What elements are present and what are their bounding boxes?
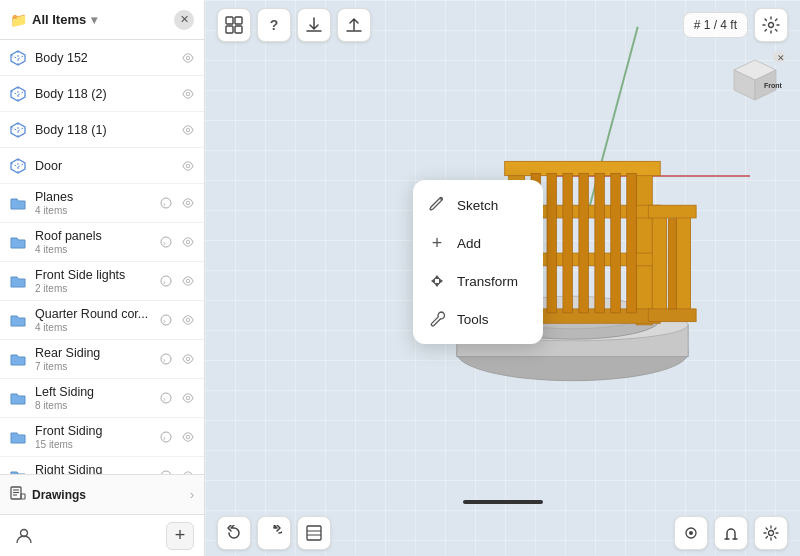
- expand-btn-roof-panels[interactable]: ›: [158, 234, 174, 250]
- grid-button[interactable]: [217, 8, 251, 42]
- context-menu-sketch[interactable]: Sketch: [413, 186, 543, 224]
- hide-btn-door[interactable]: [180, 158, 196, 174]
- item-count-front-side-lights: 2 items: [35, 283, 154, 294]
- item-name-body-118-1: Body 118 (1): [35, 123, 176, 137]
- expand-btn-planes[interactable]: ›: [158, 195, 174, 211]
- item-count-front-siding: 15 items: [35, 439, 154, 450]
- item-name-body-152: Body 152: [35, 51, 176, 65]
- sidebar-close-button[interactable]: ✕: [174, 10, 194, 30]
- box-icon: [8, 84, 28, 104]
- item-content-body-152: Body 152: [35, 51, 176, 65]
- expand-btn-left-siding[interactable]: ›: [158, 390, 174, 406]
- folder-icon: [8, 193, 28, 213]
- context-menu-tools[interactable]: Tools: [413, 300, 543, 338]
- sidebar-item-body-118-2[interactable]: Body 118 (2): [0, 76, 204, 112]
- bottom-toolbar-right: [674, 516, 788, 550]
- sidebar-item-right-siding[interactable]: Right Siding8 items›: [0, 457, 204, 474]
- redo-button[interactable]: [257, 516, 291, 550]
- sidebar-item-left-siding[interactable]: Left Siding8 items›: [0, 379, 204, 418]
- sidebar-bottom-bar: +: [0, 514, 204, 556]
- magnet-icon: [723, 525, 739, 541]
- tools-label: Tools: [457, 312, 489, 327]
- snap-button[interactable]: [674, 516, 708, 550]
- bottom-toolbar-left: [217, 516, 331, 550]
- folder-icon: [8, 310, 28, 330]
- plus-icon: +: [175, 525, 186, 546]
- svg-rect-64: [627, 173, 637, 313]
- home-indicator: [463, 500, 543, 504]
- sidebar-item-door[interactable]: Door: [0, 148, 204, 184]
- close-icon: ✕: [180, 13, 189, 26]
- sidebar-item-planes[interactable]: Planes4 items›: [0, 184, 204, 223]
- viewport-settings-button[interactable]: [754, 8, 788, 42]
- expand-btn-quarter-round-cor[interactable]: ›: [158, 312, 174, 328]
- add-item-button[interactable]: +: [166, 522, 194, 550]
- sketch-icon: [427, 195, 447, 215]
- svg-rect-63: [611, 173, 621, 313]
- sidebar-header-left: 📁 All Items ▾: [10, 12, 97, 28]
- hide-btn-quarter-round-cor[interactable]: [180, 312, 196, 328]
- hide-btn-rear-siding[interactable]: [180, 351, 196, 367]
- sidebar-item-roof-panels[interactable]: Roof panels4 items›: [0, 223, 204, 262]
- sidebar-header: 📁 All Items ▾ ✕: [0, 0, 204, 40]
- svg-point-3: [186, 164, 189, 167]
- sidebar-item-body-152[interactable]: Body 152: [0, 40, 204, 76]
- svg-rect-59: [547, 173, 557, 313]
- share-button[interactable]: [337, 8, 371, 42]
- svg-text:›: ›: [163, 434, 166, 443]
- expand-btn-front-side-lights[interactable]: ›: [158, 273, 174, 289]
- undo-button[interactable]: [217, 516, 251, 550]
- svg-point-74: [689, 531, 693, 535]
- hide-btn-roof-panels[interactable]: [180, 234, 196, 250]
- sidebar-item-front-siding[interactable]: Front Siding15 items›: [0, 418, 204, 457]
- hide-btn-body-118-2[interactable]: [180, 86, 196, 102]
- context-menu-add[interactable]: + Add: [413, 224, 543, 262]
- hide-btn-body-152[interactable]: [180, 50, 196, 66]
- hide-btn-body-118-1[interactable]: [180, 122, 196, 138]
- expand-btn-front-siding[interactable]: ›: [158, 429, 174, 445]
- hide-btn-left-siding[interactable]: [180, 390, 196, 406]
- item-content-roof-panels: Roof panels4 items: [35, 229, 154, 255]
- sidebar-items-list: Body 152 Body 118 (2) Body 118 (1) Door …: [0, 40, 204, 474]
- svg-point-18: [186, 357, 189, 360]
- svg-rect-53: [636, 165, 652, 325]
- sidebar-item-front-side-lights[interactable]: Front Side lights2 items›: [0, 262, 204, 301]
- item-content-rear-siding: Rear Siding7 items: [35, 346, 154, 372]
- download-button[interactable]: [297, 8, 331, 42]
- hide-btn-planes[interactable]: [180, 195, 196, 211]
- item-name-front-siding: Front Siding: [35, 424, 154, 438]
- layers-button[interactable]: [297, 516, 331, 550]
- bottom-toolbar: [205, 510, 800, 556]
- expand-btn-rear-siding[interactable]: ›: [158, 351, 174, 367]
- sidebar-drawings-footer[interactable]: Drawings ›: [0, 474, 204, 514]
- undo-icon: [226, 525, 242, 541]
- help-button[interactable]: ?: [257, 8, 291, 42]
- item-content-left-siding: Left Siding8 items: [35, 385, 154, 411]
- item-count-quarter-round-cor: 4 items: [35, 322, 154, 333]
- svg-text:›: ›: [163, 356, 166, 365]
- sidebar-item-rear-siding[interactable]: Rear Siding7 items›: [0, 340, 204, 379]
- folder-icon: [8, 427, 28, 447]
- sidebar-item-body-118-1[interactable]: Body 118 (1): [0, 112, 204, 148]
- magnet-button[interactable]: [714, 516, 748, 550]
- folder-icon: [8, 232, 28, 252]
- context-menu: Sketch + Add Transform: [413, 180, 543, 344]
- item-content-planes: Planes4 items: [35, 190, 154, 216]
- sidebar-item-quarter-round-cor[interactable]: Quarter Round cor...4 items›: [0, 301, 204, 340]
- box-icon: [8, 120, 28, 140]
- item-count-roof-panels: 4 items: [35, 244, 154, 255]
- person-button[interactable]: [10, 522, 38, 550]
- viewport[interactable]: ? # 1 / 4 ft: [205, 0, 800, 556]
- top-toolbar-right: # 1 / 4 ft: [683, 8, 788, 42]
- help-icon: ?: [270, 17, 279, 33]
- sidebar-dropdown-icon[interactable]: ▾: [91, 13, 97, 27]
- svg-text:›: ›: [163, 239, 166, 248]
- item-name-rear-siding: Rear Siding: [35, 346, 154, 360]
- context-menu-transform[interactable]: Transform: [413, 262, 543, 300]
- settings-button[interactable]: [754, 516, 788, 550]
- tools-icon: [427, 309, 447, 329]
- hide-btn-front-side-lights[interactable]: [180, 273, 196, 289]
- all-items-folder-icon: 📁: [10, 12, 27, 28]
- hide-btn-front-siding[interactable]: [180, 429, 196, 445]
- svg-rect-62: [595, 173, 605, 313]
